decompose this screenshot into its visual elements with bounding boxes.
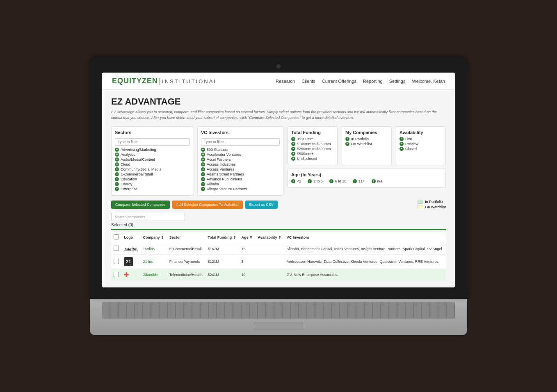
sector-item[interactable]: Community/Social Media (115, 167, 189, 171)
sector-item[interactable]: Cloud (115, 162, 189, 166)
nav-settings[interactable]: Settings (389, 79, 406, 84)
companies-table: Logo Company ⇕ Sector Total Funding ⇕ Ag… (111, 232, 446, 281)
vc-item[interactable]: Alibaba (201, 182, 280, 186)
nav-current-offerings[interactable]: Current Offerings (322, 79, 356, 84)
age-item[interactable]: n/a (372, 179, 383, 183)
row-checkbox[interactable] (114, 259, 119, 264)
vc-dot (201, 167, 205, 171)
availability-dot (399, 147, 404, 151)
age-item[interactable]: <2 (291, 179, 301, 183)
page-description: EZ Advantage allows you to research, com… (111, 109, 446, 121)
nav-welcome[interactable]: Welcome, Ketan (412, 79, 445, 84)
vc-item[interactable]: Access Ventures (201, 167, 280, 171)
funding-dot (291, 157, 295, 161)
vc-item[interactable]: Allegro Venture Partners (201, 187, 280, 191)
compare-button[interactable]: Compare Selected Companies (111, 201, 170, 209)
logo-uityzen: QUITYZEN (117, 77, 158, 85)
vc-item[interactable]: Adams Street Partners (201, 172, 280, 176)
col-logo: Logo (121, 232, 140, 243)
sector-item[interactable]: Energy (115, 182, 189, 186)
nav-research[interactable]: Research (276, 79, 295, 84)
legend: In Portfolio On Watchlist (418, 200, 446, 209)
action-bar: Compare Selected Companies Add Selected … (111, 200, 446, 209)
vc-item[interactable]: Advance Publications (201, 177, 280, 181)
my-companies-item[interactable]: In Portfolio (345, 137, 388, 141)
funding-item[interactable]: $500mm+ (291, 152, 334, 156)
col-funding[interactable]: Total Funding ⇕ (205, 232, 239, 243)
row-age-cell: 3 (239, 255, 256, 269)
company-link[interactable]: 21 Inc (143, 260, 153, 264)
age-item[interactable]: 11+ (353, 179, 365, 183)
availability-item[interactable]: Closed (399, 147, 442, 151)
row-age-cell: 10 (239, 269, 256, 281)
selected-count: Selected (0) (111, 223, 446, 230)
sector-item[interactable]: Education (115, 177, 189, 181)
col-availability[interactable]: Availability ⇕ (255, 232, 284, 243)
action-buttons: Compare Selected Companies Add Selected … (111, 201, 278, 209)
vc-investors-panel: VC Investors 500 Startups Accelerator Ve… (197, 126, 283, 196)
select-all-checkbox[interactable] (114, 234, 119, 239)
row-sector-cell: Finance/Payments (167, 255, 205, 269)
nav-clients[interactable]: Clients (301, 79, 315, 84)
age-item[interactable]: 6 to 10 (329, 179, 347, 183)
keyboard-keys (102, 302, 455, 319)
availability-item[interactable]: Live (399, 137, 442, 141)
age-dot (372, 179, 376, 183)
sector-item[interactable]: Advertising/Marketing (115, 148, 189, 152)
sector-item[interactable]: Enterprise (115, 187, 189, 191)
age-item[interactable]: 2 to 5 (308, 179, 323, 183)
funding-item[interactable]: <$100mm (291, 137, 334, 141)
availability-label: Availability (399, 130, 442, 135)
sector-dot (115, 182, 119, 186)
row-logo-cell: ✚ (121, 269, 140, 281)
row-availability-cell (255, 255, 284, 269)
age-dot (308, 179, 312, 183)
legend-watchlist-box (418, 205, 423, 209)
export-csv-button[interactable]: Export as CSV (245, 201, 278, 209)
sector-item[interactable]: E-Commerce/Retail (115, 172, 189, 176)
row-sector-cell: E-Commerce/Retail (167, 243, 205, 255)
company-search-input[interactable] (111, 213, 185, 221)
page-title: EZ ADVANTAGE (111, 96, 446, 107)
table-row: 1stdibs. 1stdibs E-Commerce/Retail $167M… (111, 243, 446, 255)
legend-portfolio-label: In Portfolio (425, 200, 443, 204)
vc-item[interactable]: Accel Partners (201, 157, 280, 162)
availability-item[interactable]: Preview (399, 142, 442, 146)
sector-item[interactable]: Analytics (115, 153, 189, 157)
nav-reporting[interactable]: Reporting (363, 79, 383, 84)
vc-item[interactable]: 500 Startups (201, 148, 280, 152)
filters-row: Sectors Advertising/Marketing Analytics … (111, 126, 446, 196)
funding-item[interactable]: $100mm to $250mm (291, 142, 334, 146)
col-sector: Sector (167, 232, 205, 243)
row-availability-cell (255, 243, 284, 255)
row-checkbox-cell (111, 255, 121, 269)
my-companies-item[interactable]: On Watchlist (345, 142, 388, 146)
row-vc-cell: GV, New Enterprise Associates (284, 269, 446, 281)
funding-item[interactable]: $250mm to $500mm (291, 147, 334, 151)
vc-dot (201, 148, 205, 152)
screen-bezel: EQUITYZEN|INSTITUTIONAL Research Clients… (90, 57, 467, 299)
vc-item[interactable]: Accelerator Ventures (201, 153, 280, 157)
row-company-cell: 21 Inc (141, 255, 167, 269)
company-link[interactable]: 1stdibs (143, 247, 155, 251)
row-vc-cell: Alibaba, Benchmark Capital, Index Ventur… (284, 243, 446, 255)
legend-watchlist-label: On Watchlist (425, 205, 446, 209)
company-link[interactable]: 23andMe (143, 273, 159, 277)
row-checkbox[interactable] (114, 272, 119, 277)
sectors-filter-input[interactable] (115, 138, 189, 146)
sector-item[interactable]: Audio/Media/Content (115, 157, 189, 162)
vc-filter-input[interactable] (201, 138, 280, 146)
funding-item[interactable]: Undisclosed (291, 157, 334, 161)
age-label: Age (In Years) (291, 172, 442, 177)
add-watchlist-button[interactable]: Add Selected Companies To Watchlist (172, 201, 243, 209)
funding-dot (291, 137, 295, 141)
row-checkbox[interactable] (114, 246, 119, 251)
col-company[interactable]: Company ⇕ (141, 232, 167, 243)
row-sector-cell: Telemedicine/Health (167, 269, 205, 281)
vc-item[interactable]: Access Industries (201, 162, 280, 166)
sector-dot (115, 153, 119, 157)
col-age[interactable]: Age ⇕ (239, 232, 256, 243)
row-company-cell: 1stdibs (141, 243, 167, 255)
my-companies-dot (345, 142, 349, 146)
sector-dot (115, 162, 119, 166)
